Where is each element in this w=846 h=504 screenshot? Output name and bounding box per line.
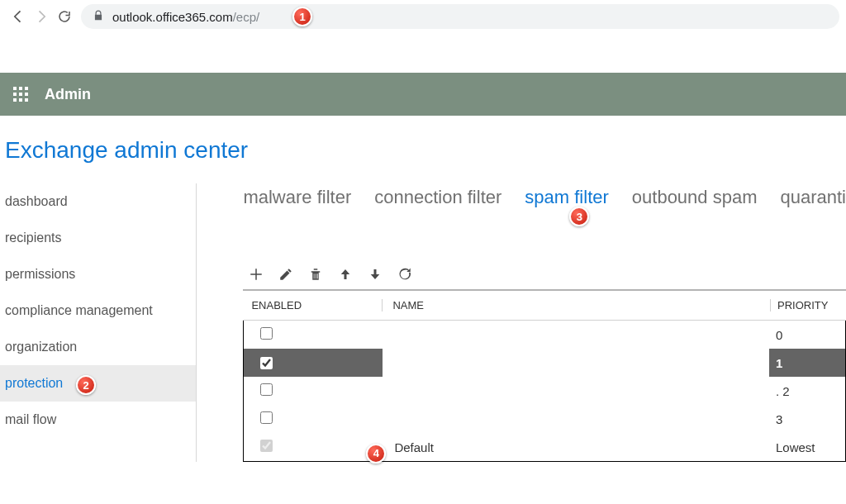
tab-outbound-spam[interactable]: outbound spam — [632, 187, 758, 208]
forward-button[interactable] — [30, 5, 53, 28]
sidebar-item-dashboard[interactable]: dashboard — [0, 183, 196, 220]
priority-cell: 3 — [769, 412, 845, 426]
col-header-enabled[interactable]: ENABLED — [243, 299, 382, 311]
browser-chrome: outlook.office365.com/ecp/ 1 — [0, 0, 846, 33]
table-body: 0 1 . 2 3 — [243, 321, 846, 462]
policy-table: ENABLED NAME PRIORITY 0 1 . — [243, 289, 846, 462]
annotation-badge-3: 3 — [569, 207, 589, 226]
priority-cell: Lowest — [769, 440, 845, 454]
table-row[interactable]: . 2 — [244, 377, 845, 405]
priority-cell: . 2 — [769, 384, 845, 398]
priority-cell: 1 — [769, 349, 845, 377]
page-title: Exchange admin center — [0, 116, 846, 183]
sidebar-item-protection[interactable]: protection 2 — [0, 365, 196, 402]
move-down-button[interactable] — [367, 266, 383, 283]
url-text: outlook.office365.com/ecp/ — [112, 10, 259, 24]
tab-connection-filter[interactable]: connection filter — [374, 187, 501, 208]
lock-icon — [93, 10, 104, 24]
tab-spam-filter[interactable]: spam filter 3 — [525, 187, 608, 208]
annotation-badge-4: 4 — [366, 444, 386, 464]
sidebar-item-label: protection — [5, 376, 63, 390]
enabled-checkbox — [260, 440, 273, 452]
refresh-button[interactable] — [397, 266, 413, 283]
reload-button[interactable] — [53, 5, 76, 28]
tab-label: spam filter — [525, 187, 608, 207]
table-header: ENABLED NAME PRIORITY — [243, 291, 846, 321]
col-header-name[interactable]: NAME — [382, 299, 770, 311]
enabled-checkbox[interactable] — [260, 383, 273, 396]
back-button[interactable] — [7, 5, 30, 28]
address-bar[interactable]: outlook.office365.com/ecp/ 1 — [81, 4, 839, 29]
sidebar-item-organization[interactable]: organization — [0, 329, 196, 365]
move-up-button[interactable] — [337, 266, 354, 283]
annotation-badge-2: 2 — [76, 375, 96, 395]
sidebar-item-mailflow[interactable]: mail flow — [0, 402, 196, 438]
table-row[interactable]: 1 — [244, 349, 845, 377]
annotation-badge-1: 1 — [292, 7, 312, 26]
table-row[interactable]: 4 Default Lowest — [244, 433, 845, 461]
enabled-checkbox[interactable] — [260, 357, 273, 369]
sidebar-nav: dashboard recipients permissions complia… — [0, 183, 197, 462]
tab-malware-filter[interactable]: malware filter — [243, 187, 351, 208]
tab-quarantine[interactable]: quaranti — [780, 187, 846, 208]
suite-header: Admin — [0, 73, 846, 116]
sidebar-item-compliance[interactable]: compliance management — [0, 292, 196, 329]
app-launcher-icon[interactable] — [13, 87, 28, 102]
name-text: Default — [394, 440, 434, 454]
enabled-checkbox[interactable] — [260, 411, 273, 424]
name-cell: 4 Default — [383, 440, 769, 454]
edit-button[interactable] — [278, 266, 294, 283]
enabled-checkbox[interactable] — [260, 327, 273, 340]
table-row[interactable]: 0 — [244, 321, 845, 349]
tab-strip: malware filter connection filter spam fi… — [243, 183, 846, 208]
content-pane: malware filter connection filter spam fi… — [197, 183, 846, 462]
suite-brand: Admin — [45, 86, 91, 103]
add-button[interactable] — [248, 266, 264, 283]
table-row[interactable]: 3 — [244, 405, 845, 433]
delete-button[interactable] — [307, 266, 324, 283]
sidebar-item-permissions[interactable]: permissions — [0, 256, 196, 292]
col-header-priority[interactable]: PRIORITY — [770, 299, 846, 311]
list-toolbar — [243, 266, 846, 283]
priority-cell: 0 — [769, 328, 845, 342]
sidebar-item-recipients[interactable]: recipients — [0, 220, 196, 256]
